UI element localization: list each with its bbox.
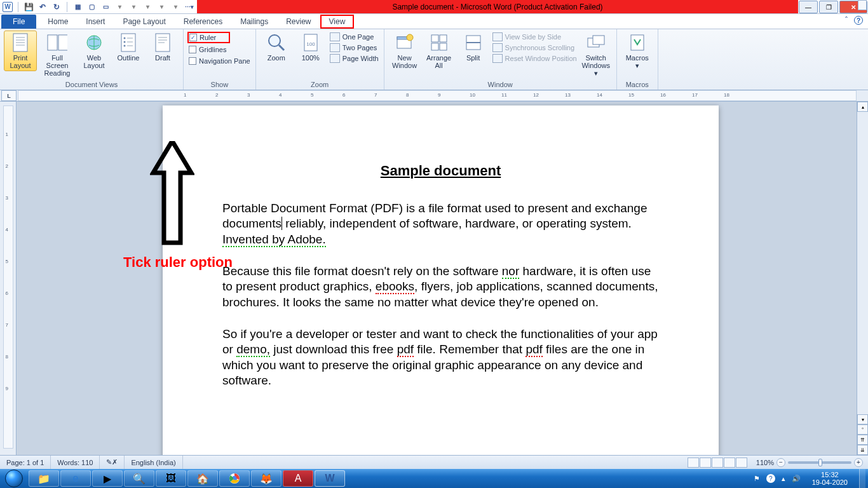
tray-volume-icon[interactable]: 🔊 xyxy=(792,475,801,483)
browse-object-icon[interactable]: ◦ xyxy=(857,424,868,435)
zoom-thumb[interactable] xyxy=(818,459,822,466)
full-screen-view-icon[interactable] xyxy=(700,458,711,468)
acrobat-taskbar-icon[interactable]: A xyxy=(283,470,313,487)
qat-icon[interactable]: ▢ xyxy=(86,2,97,12)
save-icon[interactable]: 💾 xyxy=(24,2,34,12)
zoom-label: Zoom xyxy=(268,54,285,62)
tab-review[interactable]: Review xyxy=(277,15,320,29)
wmp-taskbar-icon[interactable]: ▶ xyxy=(92,470,123,487)
switch-windows-button[interactable]: Switch Windows ▾ xyxy=(580,30,613,79)
zoom-in-button[interactable]: + xyxy=(854,458,863,467)
split-button[interactable]: Split xyxy=(457,30,490,64)
scroll-track[interactable] xyxy=(857,112,868,414)
gridlines-checkbox[interactable]: Gridlines xyxy=(187,44,227,55)
ie-taskbar-icon[interactable]: e xyxy=(60,470,91,487)
zoom-button[interactable]: Zoom xyxy=(260,30,293,64)
draft-label: Draft xyxy=(155,54,170,62)
view-buttons xyxy=(684,458,751,468)
checkbox-icon xyxy=(189,46,196,53)
draft-button[interactable]: Draft xyxy=(146,30,179,64)
zoom-100-button[interactable]: 100 100% xyxy=(294,30,327,64)
svg-rect-34 xyxy=(631,35,644,50)
ruler-checkbox[interactable]: ✓ Ruler xyxy=(187,32,230,43)
word-count[interactable]: Words: 110 xyxy=(51,456,100,469)
tab-mailings[interactable]: Mailings xyxy=(231,15,277,29)
chrome-taskbar-icon[interactable] xyxy=(219,470,250,487)
tray-help-icon[interactable]: ? xyxy=(766,474,775,483)
tab-insert[interactable]: Insert xyxy=(77,15,114,29)
horizontal-ruler[interactable]: 123456789101112131415161718 xyxy=(18,90,857,101)
view-side-by-side-button: View Side by Side xyxy=(491,32,578,42)
qat-more-icon[interactable]: ⋯▾ xyxy=(184,2,194,12)
qat-icon[interactable]: ▾ xyxy=(156,2,166,12)
print-layout-view-icon[interactable] xyxy=(688,458,699,468)
macros-icon xyxy=(628,33,647,52)
proofing-button[interactable]: ✎✗ xyxy=(100,456,125,469)
tray-time: 15:32 xyxy=(812,471,848,478)
start-button[interactable] xyxy=(0,469,28,488)
scroll-down-icon[interactable]: ▾ xyxy=(857,414,868,424)
word-taskbar-icon[interactable]: W xyxy=(315,470,345,487)
photos-taskbar-icon[interactable]: 🖼 xyxy=(156,470,186,487)
tab-references[interactable]: References xyxy=(175,15,231,29)
next-page-icon[interactable]: ⇊ xyxy=(857,445,868,455)
page-width-icon xyxy=(330,54,340,63)
tab-home[interactable]: Home xyxy=(39,15,77,29)
zoom-out-button[interactable]: − xyxy=(776,458,785,467)
undo-icon[interactable]: ↶ xyxy=(37,2,48,12)
vertical-ruler[interactable]: 123456789 xyxy=(3,105,13,449)
scroll-up-icon[interactable]: ▴ xyxy=(857,102,868,112)
page-width-button[interactable]: Page Width xyxy=(329,53,380,64)
full-screen-reading-button[interactable]: Full Screen Reading xyxy=(38,30,76,79)
tab-file[interactable]: File xyxy=(1,15,36,29)
web-view-icon[interactable] xyxy=(712,458,723,468)
vertical-scrollbar[interactable]: ▴ ▾ ◦ ⇈ ⇊ xyxy=(857,102,868,455)
one-page-icon xyxy=(330,32,340,41)
web-layout-button[interactable]: Web Layout xyxy=(78,30,111,71)
zoom-slider[interactable] xyxy=(788,461,851,464)
zoom-level[interactable]: 110% xyxy=(756,459,774,466)
tray-clock[interactable]: 15:32 19-04-2020 xyxy=(807,471,853,486)
qat-icon[interactable]: ▾ xyxy=(114,2,125,12)
app-taskbar-icon[interactable]: 🔍 xyxy=(124,470,154,487)
tray-up-icon[interactable]: ▴ xyxy=(782,475,785,483)
qat-icon[interactable]: ▭ xyxy=(100,2,111,12)
minimize-ribbon-icon[interactable]: ˆ xyxy=(845,16,848,25)
tray-action-center-icon[interactable]: ⚑ xyxy=(754,475,760,483)
print-layout-button[interactable]: Print Layout xyxy=(4,30,37,71)
outline-button[interactable]: Outline xyxy=(112,30,145,64)
draft-view-icon[interactable] xyxy=(736,458,747,468)
macros-button[interactable]: Macros▾ xyxy=(621,30,654,72)
explorer-taskbar-icon[interactable]: 📁 xyxy=(29,470,59,487)
help-icon[interactable]: ? xyxy=(854,16,863,25)
minimize-button[interactable]: — xyxy=(799,1,818,13)
qat-icon[interactable]: ▾ xyxy=(142,2,153,12)
tab-selector[interactable]: L xyxy=(1,90,17,101)
new-window-button[interactable]: New Window xyxy=(388,30,421,71)
show-desktop-button[interactable] xyxy=(859,469,865,488)
two-pages-button[interactable]: Two Pages xyxy=(329,43,380,53)
tab-view[interactable]: View xyxy=(320,15,355,29)
qat-icon[interactable]: ▾ xyxy=(170,2,180,12)
firefox-taskbar-icon[interactable]: 🦊 xyxy=(251,470,281,487)
svg-rect-5 xyxy=(48,35,57,50)
prev-page-icon[interactable]: ⇈ xyxy=(857,435,868,445)
ruler-toggle-icon[interactable] xyxy=(858,0,867,10)
qat-icon[interactable]: ▦ xyxy=(72,2,83,12)
page-indicator[interactable]: Page: 1 of 1 xyxy=(0,456,51,469)
navigation-pane-checkbox[interactable]: Navigation Pane xyxy=(187,56,252,66)
redo-icon[interactable]: ↻ xyxy=(51,2,62,12)
document-page[interactable]: Sample document Portable Document Format… xyxy=(163,105,719,455)
document-canvas[interactable]: Sample document Portable Document Format… xyxy=(17,102,857,455)
maximize-button[interactable]: ❐ xyxy=(819,1,838,13)
language-button[interactable]: English (India) xyxy=(125,456,182,469)
outline-view-icon[interactable] xyxy=(724,458,735,468)
hp-taskbar-icon[interactable]: 🏠 xyxy=(187,470,218,487)
tab-page-layout[interactable]: Page Layout xyxy=(114,15,174,29)
qat-icon[interactable]: ▾ xyxy=(128,2,139,12)
page-width-label: Page Width xyxy=(342,55,379,62)
one-page-button[interactable]: One Page xyxy=(329,32,380,42)
arrange-all-button[interactable]: Arrange All xyxy=(423,30,456,71)
side-by-side-icon xyxy=(492,32,503,41)
sbs-label: View Side by Side xyxy=(505,33,561,41)
